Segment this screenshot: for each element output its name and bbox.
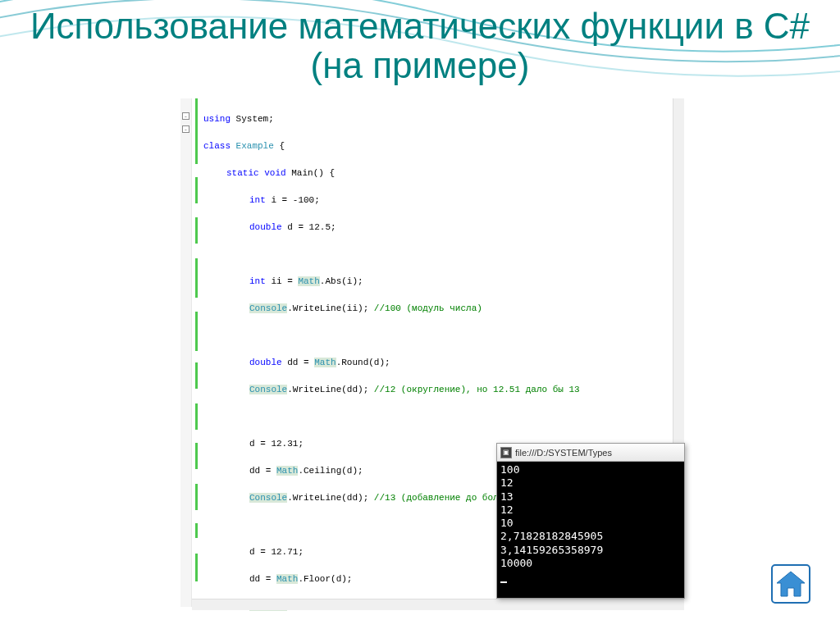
- change-marker: [195, 98, 198, 164]
- home-button[interactable]: [770, 563, 811, 604]
- change-marker: [195, 443, 198, 469]
- change-marker: [195, 217, 198, 244]
- change-marker: [195, 484, 198, 510]
- change-marker: [195, 362, 198, 389]
- change-marker: [195, 312, 198, 351]
- console-titlebar[interactable]: ▣ file:///D:/SYSTEM/Types: [497, 444, 684, 462]
- console-title-text: file:///D:/SYSTEM/Types: [515, 448, 612, 458]
- fold-toggle[interactable]: -: [182, 125, 189, 133]
- scrollbar-horizontal[interactable]: [192, 599, 684, 610]
- fold-toggle[interactable]: -: [182, 112, 189, 120]
- change-marker: [195, 177, 198, 203]
- change-marker: [195, 523, 198, 538]
- house-icon: [770, 563, 811, 604]
- change-marker: [195, 403, 198, 430]
- gutter: - -: [180, 98, 192, 607]
- console-output-window: ▣ file:///D:/SYSTEM/Types 100 12 13 12 1…: [496, 443, 685, 599]
- change-marker: [195, 258, 198, 298]
- console-body: 100 12 13 12 10 2,71828182845905 3,14159…: [497, 462, 684, 585]
- change-marker: [195, 554, 198, 581]
- slide-title: Использование математических функции в С…: [0, 0, 840, 93]
- console-icon: ▣: [500, 447, 512, 458]
